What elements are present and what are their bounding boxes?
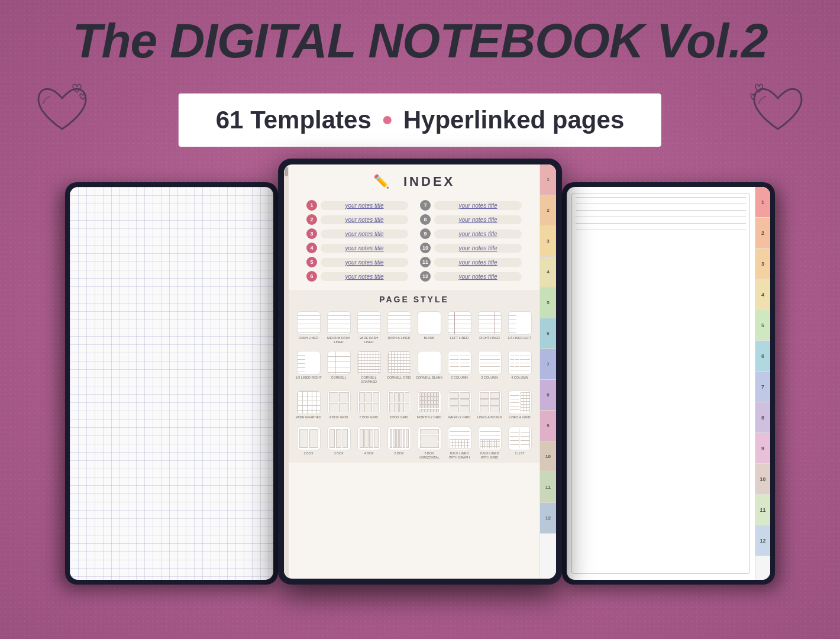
style-2box[interactable]: 2 BOX	[295, 427, 322, 459]
right-tab-6[interactable]: 6	[755, 341, 770, 372]
style-3col[interactable]: 3 COLUMN	[476, 351, 503, 383]
index-link-4[interactable]: your notes title	[321, 244, 408, 253]
index-num-1[interactable]: 1	[306, 200, 317, 211]
center-tab-10[interactable]: 10	[540, 441, 556, 472]
style-lines-boxes[interactable]: LINES & BOXES	[476, 390, 503, 419]
center-tab-5[interactable]: 5	[540, 288, 556, 318]
style-dash-lined[interactable]: DASH LINED	[295, 311, 322, 344]
style-4col[interactable]: 4 COLUMN	[506, 351, 534, 383]
index-num-9[interactable]: 9	[420, 228, 431, 239]
center-tab-3[interactable]: 3	[540, 226, 556, 257]
center-tab-9[interactable]: 9	[540, 411, 556, 441]
center-tab-4[interactable]: 4	[540, 257, 556, 288]
center-tab-1[interactable]: 1	[540, 164, 556, 195]
style-3box-horiz[interactable]: 3 BOX HORIZONTAL	[415, 427, 443, 459]
center-tab-12[interactable]: 12	[540, 503, 556, 534]
style-2list[interactable]: 2 LIST	[506, 427, 534, 459]
style-third-lined-right[interactable]: 1/3 LINED RIGHT	[295, 351, 322, 383]
style-label-cornell-graphed: CORNELL GRAPHED	[355, 376, 383, 383]
right-tab-12[interactable]: 12	[755, 525, 770, 556]
style-cornell-blank[interactable]: CORNELL BLANK	[415, 351, 443, 383]
index-header: ✏️ INDEX	[289, 164, 539, 195]
style-cornell[interactable]: CORNELL	[325, 351, 353, 383]
style-6box-grid[interactable]: 6 BOX GRID	[355, 390, 383, 419]
right-tab-4[interactable]: 4	[755, 279, 770, 310]
right-tab-5[interactable]: 5	[755, 310, 770, 341]
style-cornell-graphed[interactable]: CORNELL GRAPHED	[355, 351, 383, 383]
right-tab-8[interactable]: 8	[755, 402, 770, 433]
index-num-8[interactable]: 8	[420, 214, 431, 225]
center-tab-8[interactable]: 8	[540, 380, 556, 411]
thumb-monthly-grid	[418, 390, 441, 414]
index-num-11[interactable]: 11	[420, 257, 431, 267]
right-tab-3[interactable]: 3	[755, 248, 770, 279]
style-half-lined-graph[interactable]: HALF LINED WITH GRAPH	[445, 427, 473, 459]
style-weekly-grid[interactable]: WEEKLY GRID	[445, 390, 473, 419]
index-link-9[interactable]: your notes title	[434, 230, 522, 238]
index-num-12[interactable]: 12	[420, 271, 431, 282]
thumb-cornell-grid	[387, 351, 411, 375]
index-num-10[interactable]: 10	[420, 243, 431, 253]
style-label-dash-lined: DASH & LINED	[387, 336, 410, 340]
style-half-lined-grid[interactable]: HALF LINED WITH GRID	[476, 427, 503, 459]
right-tab-10[interactable]: 10	[755, 464, 770, 495]
index-num-4[interactable]: 4	[306, 243, 317, 253]
scrollbar-thumb	[285, 167, 288, 176]
style-4box2[interactable]: 4 BOX	[355, 427, 383, 459]
center-tab-11[interactable]: 11	[540, 472, 556, 503]
index-link-7[interactable]: your notes title	[434, 201, 522, 210]
style-wide-dash-lined[interactable]: WIDE DASH LINED	[355, 311, 383, 344]
style-2col[interactable]: 2 COLUMN	[445, 351, 473, 383]
style-label-medium-dash: MEDIUM DASH LINED	[325, 336, 353, 344]
right-tab-1[interactable]: 1	[755, 187, 770, 218]
index-link-8[interactable]: your notes title	[434, 215, 522, 224]
thumb-2box	[297, 427, 321, 450]
right-tab-7[interactable]: 7	[755, 372, 770, 402]
right-line	[576, 197, 746, 198]
style-dash-and-lined[interactable]: DASH & LINED	[385, 311, 413, 344]
thumb-2col	[448, 351, 471, 375]
index-link-3[interactable]: your notes title	[321, 230, 408, 238]
style-monthly-grid[interactable]: MONTHLY GRID	[415, 390, 443, 419]
style-6box2[interactable]: 6 BOX	[385, 427, 413, 459]
style-4box-grid[interactable]: 4 BOX GRID	[325, 390, 353, 419]
style-left-lined[interactable]: LEFT LINED	[445, 311, 473, 344]
thumb-third-lined-left	[508, 311, 532, 335]
index-num-2[interactable]: 2	[306, 214, 317, 225]
style-wide-graphed[interactable]: WIDE GRAPHED	[295, 390, 322, 419]
center-tab-6[interactable]: 6	[540, 318, 556, 349]
index-link-12[interactable]: your notes title	[434, 272, 522, 281]
index-link-11[interactable]: your notes title	[434, 258, 522, 267]
index-item-12: 12 your notes title	[420, 271, 522, 282]
thumb-cornell-blank	[418, 351, 441, 375]
index-link-1[interactable]: your notes title	[321, 201, 408, 210]
index-link-5[interactable]: your notes title	[321, 258, 408, 267]
style-lines-grid[interactable]: LINES & GRID	[506, 390, 534, 419]
center-tab-2[interactable]: 2	[540, 195, 556, 226]
style-blank[interactable]: BLANK	[415, 311, 443, 344]
index-link-10[interactable]: your notes title	[434, 244, 522, 253]
index-num-5[interactable]: 5	[306, 257, 317, 267]
style-right-lined[interactable]: RIGHT LINED	[476, 311, 503, 344]
index-num-6[interactable]: 6	[306, 271, 317, 282]
center-scrollbar	[284, 164, 289, 579]
right-tab-11[interactable]: 11	[755, 495, 770, 525]
thumb-4box2	[357, 427, 381, 450]
index-link-2[interactable]: your notes title	[321, 215, 408, 224]
grid-paper	[70, 187, 273, 580]
index-item-7: 7 your notes title	[420, 200, 522, 211]
style-third-lined-left[interactable]: 1/3 LINED LEFT	[506, 311, 534, 344]
index-num-3[interactable]: 3	[306, 228, 317, 239]
index-link-6[interactable]: your notes title	[321, 272, 408, 281]
style-medium-dash-lined[interactable]: MEDIUM DASH LINED	[325, 311, 353, 344]
style-3box[interactable]: 3 BOX	[325, 427, 353, 459]
index-num-7[interactable]: 7	[420, 200, 431, 211]
style-cornell-grid[interactable]: CORNELL GRID	[385, 351, 413, 383]
center-tab-7[interactable]: 7	[540, 349, 556, 380]
right-tab-9[interactable]: 9	[755, 433, 770, 464]
right-tab-2[interactable]: 2	[755, 218, 770, 248]
thumb-weekly-grid	[448, 390, 471, 414]
tablet-left-screen	[70, 187, 273, 580]
style-label-6box-grid: 6 BOX GRID	[360, 415, 378, 419]
style-8box-grid[interactable]: 8 BOX GRID	[385, 390, 413, 419]
